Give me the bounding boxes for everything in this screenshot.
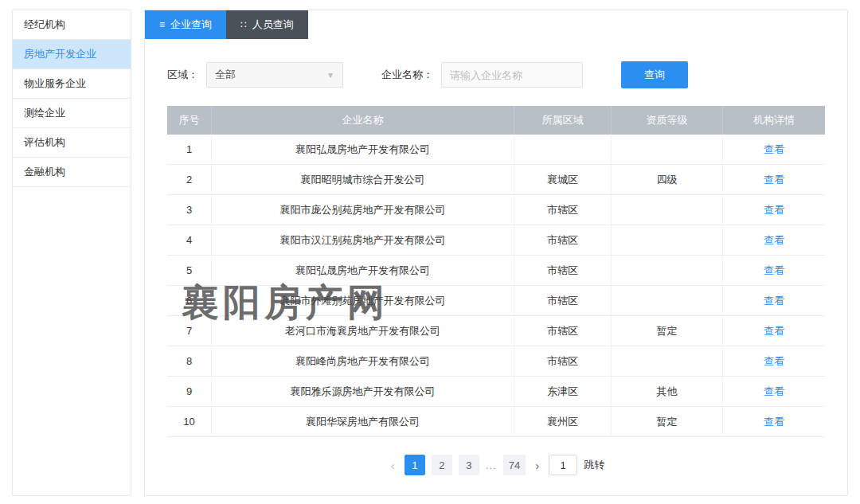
table-row: 9 襄阳雅乐源房地产开发有限公司 东津区 其他 查看 [167,377,825,407]
pagination-ellipsis: ... [486,459,497,471]
prev-page-icon[interactable]: ‹ [388,459,398,472]
tab-enterprise-label: 企业查询 [170,18,212,32]
cell-grade [612,346,723,376]
page-button-2[interactable]: 2 [432,455,452,475]
header-seq: 序号 [167,106,212,135]
table-row: 6 襄阳市外滩别苑房地产开发有限公司 市辖区 查看 [167,286,825,316]
chevron-down-icon: ▼ [326,71,334,80]
view-detail-link[interactable]: 查看 [764,233,784,248]
tab-personnel-label: 人员查询 [252,18,294,32]
sidebar-item-surveying[interactable]: 测绘企业 [13,99,131,128]
enterprise-name-label: 企业名称： [381,68,433,82]
main-panel: ≡ 企业查询 ∷ 人员查询 区域： 全部 ▼ 企业名称： 查询 [144,10,848,496]
cell-name: 襄阳雅乐源房地产开发有限公司 [212,377,514,406]
cell-seq: 3 [167,195,212,225]
cell-seq: 6 [167,286,212,315]
view-detail-link[interactable]: 查看 [764,173,784,187]
cell-seq: 10 [167,407,212,436]
sidebar-item-brokerage[interactable]: 经纪机构 [13,10,131,40]
page-button-last[interactable]: 74 [503,455,526,475]
table-row: 7 老河口市海襄房地产开发有限公司 市辖区 暂定 查看 [167,316,825,346]
cell-region: 襄州区 [514,407,612,436]
region-dropdown[interactable]: 全部 ▼ [206,62,343,88]
cell-grade [612,195,723,225]
tab-enterprise-query[interactable]: ≡ 企业查询 [145,10,226,39]
table-header-row: 序号 企业名称 所属区域 资质等级 机构详情 [167,106,825,135]
cell-name: 襄阳峰尚房地产开发有限公司 [212,346,514,376]
table-row: 2 襄阳昭明城市综合开发公司 襄城区 四级 查看 [167,165,825,195]
cell-grade [612,135,723,164]
cell-seq: 4 [167,225,212,255]
jump-page-input[interactable] [549,455,577,475]
page-button-3[interactable]: 3 [459,455,479,475]
sidebar-item-property-service[interactable]: 物业服务企业 [13,69,131,99]
region-dropdown-value: 全部 [215,68,236,82]
cell-name: 襄阳华琛房地产有限公司 [212,407,514,436]
cell-grade: 四级 [612,165,723,194]
view-detail-link[interactable]: 查看 [764,324,784,338]
sidebar-item-real-estate-dev[interactable]: 房地产开发企业 [13,40,131,69]
cell-region: 市辖区 [514,286,612,315]
sidebar-item-appraisal[interactable]: 评估机构 [13,128,131,158]
cell-name: 襄阳弘晟房地产开发有限公司 [212,256,514,285]
enterprise-name-input[interactable] [441,62,583,88]
cell-name: 襄阳弘晟房地产开发有限公司 [212,135,514,164]
table-row: 8 襄阳峰尚房地产开发有限公司 市辖区 查看 [167,346,825,377]
region-label: 区域： [167,68,198,82]
cell-grade [612,286,723,315]
cell-region: 市辖区 [514,195,612,225]
cell-seq: 7 [167,316,212,346]
cell-name: 襄阳市庞公别苑房地产开发有限公司 [212,195,514,225]
page-button-1[interactable]: 1 [405,455,425,475]
next-page-icon[interactable]: › [532,459,542,472]
view-detail-link[interactable]: 查看 [764,385,784,399]
cell-grade [612,225,723,255]
tab-personnel-query[interactable]: ∷ 人员查询 [226,10,308,39]
cell-seq: 5 [167,256,212,285]
view-detail-link[interactable]: 查看 [764,143,784,157]
jump-label[interactable]: 跳转 [584,458,604,472]
cell-name: 襄阳市外滩别苑房地产开发有限公司 [212,286,514,315]
sidebar: 经纪机构 房地产开发企业 物业服务企业 测绘企业 评估机构 金融机构 [12,10,131,496]
view-detail-link[interactable]: 查看 [764,203,784,217]
cell-seq: 1 [167,135,212,164]
grid-icon: ∷ [240,20,247,29]
table-row: 3 襄阳市庞公别苑房地产开发有限公司 市辖区 查看 [167,195,825,225]
view-detail-link[interactable]: 查看 [764,354,784,369]
cell-seq: 8 [167,346,212,376]
cell-region: 东津区 [514,377,612,406]
sidebar-item-financial[interactable]: 金融机构 [13,158,131,187]
tab-bar: ≡ 企业查询 ∷ 人员查询 [145,10,847,39]
page: 经纪机构 房地产开发企业 物业服务企业 测绘企业 评估机构 金融机构 ≡ 企业查… [0,0,860,504]
cell-region: 襄城区 [514,165,612,194]
table-row: 5 襄阳弘晟房地产开发有限公司 市辖区 查看 [167,256,825,286]
view-detail-link[interactable]: 查看 [764,264,784,278]
cell-name: 襄阳市汉江别苑房地产开发有限公司 [212,225,514,255]
cell-seq: 9 [167,377,212,406]
view-detail-link[interactable]: 查看 [764,294,784,308]
pagination: ‹ 1 2 3 ... 74 › 跳转 [167,455,825,475]
table-row: 10 襄阳华琛房地产有限公司 襄州区 暂定 查看 [167,407,825,437]
cell-grade: 暂定 [612,316,723,346]
cell-region: 市辖区 [514,316,612,346]
cell-name: 老河口市海襄房地产开发有限公司 [212,316,514,346]
cell-name: 襄阳昭明城市综合开发公司 [212,165,514,194]
cell-region [514,135,612,164]
header-region: 所属区域 [514,106,612,135]
cell-region: 市辖区 [514,225,612,255]
cell-seq: 2 [167,165,212,194]
cell-grade: 暂定 [612,407,723,436]
table-row: 4 襄阳市汉江别苑房地产开发有限公司 市辖区 查看 [167,225,825,256]
view-detail-link[interactable]: 查看 [764,415,784,429]
cell-grade [612,256,723,285]
cell-region: 市辖区 [514,256,612,285]
query-button[interactable]: 查询 [621,61,688,88]
list-icon: ≡ [159,20,165,29]
header-name: 企业名称 [212,106,514,135]
header-detail: 机构详情 [723,106,825,135]
content-area: 区域： 全部 ▼ 企业名称： 查询 序号 企业名称 所属区域 资质等级 机构详情 [145,39,847,475]
cell-region: 市辖区 [514,346,612,376]
enterprise-table: 序号 企业名称 所属区域 资质等级 机构详情 1 襄阳弘晟房地产开发有限公司 查… [167,106,825,437]
table-row: 1 襄阳弘晟房地产开发有限公司 查看 [167,135,825,165]
filter-row: 区域： 全部 ▼ 企业名称： 查询 [167,61,825,88]
